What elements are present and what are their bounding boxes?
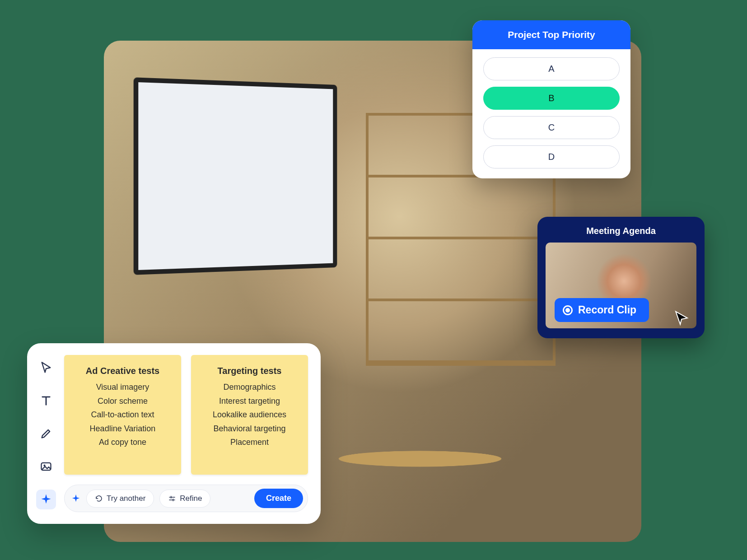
- poll-option-b[interactable]: B: [483, 87, 620, 110]
- poll-options: A B C D: [472, 49, 630, 168]
- meeting-agenda-card: Meeting Agenda Record Clip: [537, 217, 705, 338]
- poll-option-c[interactable]: C: [483, 116, 620, 139]
- sticky-item: Interest targeting: [198, 394, 301, 408]
- ai-actions-row: Try another Refine Create: [64, 485, 308, 512]
- refine-button[interactable]: Refine: [159, 490, 210, 508]
- ai-tool[interactable]: [36, 490, 56, 509]
- sticky-item: Placement: [198, 435, 301, 449]
- image-icon: [40, 460, 52, 473]
- poll-option-d[interactable]: D: [483, 145, 620, 168]
- create-button[interactable]: Create: [254, 489, 303, 508]
- agenda-video-thumbnail: Record Clip: [546, 243, 696, 328]
- table-illustration: [334, 451, 505, 467]
- refresh-icon: [95, 495, 103, 503]
- refine-label: Refine: [180, 494, 202, 503]
- ai-suggestions-panel: Ad Creative tests Visual imagery Color s…: [27, 343, 321, 524]
- select-tool[interactable]: [36, 358, 56, 378]
- sticky-item: Call-to-action text: [71, 408, 174, 422]
- sticky-item: Ad copy tone: [71, 435, 174, 449]
- sticky-item: Headline Variation: [71, 422, 174, 436]
- sticky-note-ad-creative[interactable]: Ad Creative tests Visual imagery Color s…: [64, 355, 181, 475]
- sliders-icon: [168, 495, 176, 503]
- sticky-notes-row: Ad Creative tests Visual imagery Color s…: [64, 355, 308, 475]
- sticky-item: Behavioral targeting: [198, 422, 301, 436]
- sticky-item: Demographics: [198, 380, 301, 394]
- record-clip-label: Record Clip: [578, 304, 636, 316]
- try-another-button[interactable]: Try another: [86, 490, 154, 508]
- sticky-item: Visual imagery: [71, 380, 174, 394]
- whiteboard-illustration: [134, 77, 337, 275]
- draw-tool[interactable]: [36, 424, 56, 443]
- sticky-title: Targeting tests: [198, 363, 301, 378]
- agenda-title: Meeting Agenda: [546, 226, 696, 236]
- sticky-note-targeting[interactable]: Targeting tests Demographics Interest ta…: [191, 355, 308, 475]
- cursor-outline-icon: [40, 361, 52, 374]
- image-tool[interactable]: [36, 457, 56, 476]
- sparkle-icon: [40, 493, 52, 506]
- panel-content: Ad Creative tests Visual imagery Color s…: [64, 355, 308, 512]
- sticky-item: Color scheme: [71, 394, 174, 408]
- poll-title: Project Top Priority: [472, 20, 630, 49]
- sparkle-icon: [71, 494, 81, 504]
- record-icon: [563, 305, 573, 315]
- sticky-item: Lookalike audiences: [198, 408, 301, 422]
- sticky-title: Ad Creative tests: [71, 363, 174, 378]
- tools-toolbar: [36, 355, 56, 512]
- text-tool[interactable]: [36, 391, 56, 411]
- text-icon: [40, 394, 52, 407]
- poll-option-a[interactable]: A: [483, 57, 620, 80]
- poll-card: Project Top Priority A B C D: [472, 20, 630, 178]
- cursor-icon: [674, 310, 689, 326]
- record-clip-button[interactable]: Record Clip: [555, 298, 649, 322]
- try-another-label: Try another: [107, 494, 145, 503]
- pencil-icon: [40, 427, 52, 440]
